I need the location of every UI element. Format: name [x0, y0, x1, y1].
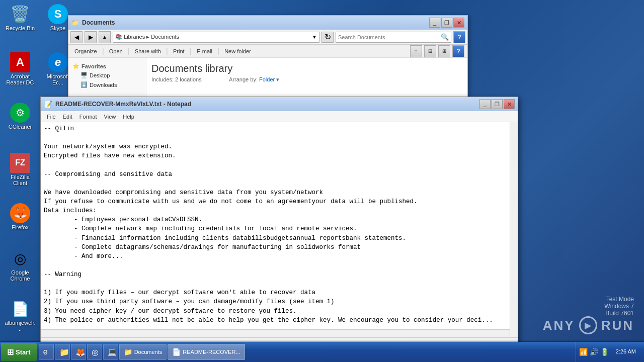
explorer-nav-toolbar: ◀ ▶ ▲ 📚 Libraries ▸ Documents ▼ ↻ 🔍 ? [68, 30, 467, 45]
address-bar[interactable]: 📚 Libraries ▸ Documents ▼ [113, 32, 319, 43]
taskbar-cmd-icon[interactable]: 💻 [103, 344, 118, 360]
print-button[interactable]: Print [170, 47, 188, 55]
recycle-bin-label: Recycle Bin [5, 25, 36, 31]
open-button[interactable]: Open [106, 47, 126, 55]
tray-volume-icon[interactable]: 🔊 [590, 348, 598, 356]
view-tiles-button[interactable]: ⊞ [438, 45, 450, 57]
filezilla-icon[interactable]: FZ FileZilla Client [3, 151, 38, 188]
taskbar-documents-label: Documents [134, 349, 163, 355]
clock-time: 2:26 AM [616, 348, 636, 355]
notepad-icon: 📝 [44, 100, 52, 108]
test-mode-label: Test Mode [604, 296, 634, 303]
sidebar-item-desktop[interactable]: 🖥️ Desktop [70, 70, 144, 80]
view-list-button[interactable]: ≡ [410, 45, 422, 57]
notepad-window: 📝 README-RECOVER-MmxReVIxLV.txt - Notepa… [40, 97, 518, 348]
notepad-menubar: File Edit Format View Help [41, 111, 518, 122]
taskbar-firefox-icon[interactable]: 🦊 [71, 344, 86, 360]
new-folder-button[interactable]: New folder [221, 47, 254, 55]
taskbar-notepad-label: README-RECOVER... [183, 349, 240, 355]
anyrun-play-icon: ▶ [579, 316, 597, 334]
forward-button[interactable]: ▶ [85, 31, 97, 43]
filezilla-label: FileZilla Client [5, 174, 36, 186]
taskbar-items: e 📁 🦊 ◎ 💻 📁 Documents 📄 README-RECOVER..… [37, 342, 576, 362]
taskbar-tray: 📶 🔊 🔋 2:26 AM [576, 342, 644, 362]
help-button[interactable]: ? [453, 31, 465, 43]
folder-icon: 📁 [71, 19, 79, 26]
notepad-window-controls: _ ❐ ✕ [479, 99, 515, 109]
taskbar-documents-item[interactable]: 📁 Documents [119, 344, 167, 360]
favorites-label: Favorites [82, 63, 106, 69]
close-button[interactable]: ✕ [453, 18, 464, 28]
explorer-sidebar: ⭐ Favorites 🖥️ Desktop ⬇️ Downloads [68, 58, 146, 103]
up-button[interactable]: ▲ [99, 31, 111, 43]
chrome-icon[interactable]: ◎ Google Chrome [3, 246, 38, 284]
file-menu[interactable]: File [44, 113, 59, 120]
chrome-label: Google Chrome [5, 269, 36, 282]
notepad-vertical-scrollbar[interactable] [510, 122, 518, 337]
anyrun-run-text: RUN [601, 318, 634, 333]
taskbar-notepad-item[interactable]: 📄 README-RECOVER... [168, 344, 245, 360]
address-dropdown[interactable]: ▼ [312, 34, 317, 40]
view-details-button[interactable]: ⊟ [424, 45, 436, 57]
albumjewelr-icon[interactable]: 📄 albumjewelr... [3, 297, 38, 334]
explorer-window: 📁 Documents _ ❐ ✕ ◀ ▶ ▲ 📚 Libraries ▸ Do… [68, 15, 468, 103]
favorites-section: ⭐ Favorites [70, 62, 144, 70]
firefox-label: Firefox [5, 224, 36, 230]
back-button[interactable]: ◀ [70, 31, 83, 43]
search-bar[interactable]: 🔍 [336, 32, 451, 43]
desktop-label: Desktop [90, 72, 110, 78]
ccleaner-label: CCleaner [5, 124, 36, 130]
organize-button[interactable]: Organize [71, 47, 100, 55]
albumjewelr-label: albumjewelr... [5, 320, 36, 332]
view-menu[interactable]: View [101, 113, 119, 120]
search-input[interactable] [338, 34, 438, 40]
arrange-value[interactable]: Folder [259, 76, 275, 82]
explorer-content: ⭐ Favorites 🖥️ Desktop ⬇️ Downloads Docu… [68, 58, 467, 103]
library-subtitle: Includes: 2 locations Arrange by: Folder… [151, 76, 462, 83]
library-title: Documents library [151, 63, 462, 74]
explorer-window-controls: _ ❐ ✕ [429, 18, 464, 28]
sidebar-item-downloads[interactable]: ⬇️ Downloads [70, 80, 144, 89]
firefox-icon[interactable]: 🦊 Firefox [3, 201, 38, 232]
address-text: 📚 Libraries ▸ Documents [115, 34, 179, 40]
search-icon[interactable]: 🔍 [441, 33, 449, 41]
downloads-label: Downloads [90, 82, 117, 88]
notepad-textarea[interactable]: -- Qilin Your network/system was encrypt… [41, 122, 518, 331]
desktop-icon-small: 🖥️ [80, 72, 88, 78]
anyrun-watermark: ANY ▶ RUN [543, 316, 634, 334]
view-help-button[interactable]: ? [452, 45, 464, 57]
notepad-title: README-RECOVER-MmxReVIxLV.txt - Notepad [55, 101, 191, 108]
format-menu[interactable]: Format [76, 113, 100, 120]
explorer-menubar: Organize | Open | Share with | Print | E… [68, 45, 467, 58]
taskbar-explorer-icon[interactable]: 📁 [55, 344, 70, 360]
ccleaner-icon[interactable]: ⚙ CCleaner [3, 101, 38, 132]
arrange-label: Arrange by: [229, 76, 258, 82]
help-menu[interactable]: Help [120, 113, 137, 120]
notepad-horizontal-scrollbar[interactable] [41, 329, 510, 337]
build-info: Build 7601 [604, 310, 634, 317]
acrobat-label: Acrobat Reader DC [5, 73, 36, 85]
tray-network-icon[interactable]: 📶 [579, 348, 588, 356]
notepad-titlebar: 📝 README-RECOVER-MmxReVIxLV.txt - Notepa… [41, 97, 518, 111]
taskbar-chrome-icon[interactable]: ◎ [87, 344, 102, 360]
edit-menu[interactable]: Edit [60, 113, 75, 120]
minimize-button[interactable]: _ [429, 18, 440, 28]
includes-label: Includes: 2 locations [151, 76, 202, 82]
acrobat-icon[interactable]: A Acrobat Reader DC [3, 50, 38, 87]
refresh-button[interactable]: ↻ [321, 32, 334, 43]
anyrun-text: ANY [543, 318, 575, 333]
notepad-close-button[interactable]: ✕ [504, 99, 515, 109]
explorer-titlebar: 📁 Documents _ ❐ ✕ [68, 16, 467, 30]
email-button[interactable]: E-mail [194, 47, 215, 55]
tray-battery-icon[interactable]: 🔋 [600, 348, 609, 356]
explorer-main: Documents library Includes: 2 locations … [146, 58, 467, 103]
start-button[interactable]: ⊞ Start [1, 343, 37, 361]
notepad-restore-button[interactable]: ❐ [492, 99, 503, 109]
downloads-icon: ⬇️ [80, 81, 88, 88]
restore-button[interactable]: ❐ [441, 18, 452, 28]
taskbar-ie-icon[interactable]: e [39, 344, 54, 360]
taskbar-clock[interactable]: 2:26 AM [611, 348, 641, 355]
notepad-minimize-button[interactable]: _ [479, 99, 491, 109]
recycle-bin-icon[interactable]: 🗑️ Recycle Bin [3, 2, 38, 33]
share-with-button[interactable]: Share with [132, 47, 164, 55]
